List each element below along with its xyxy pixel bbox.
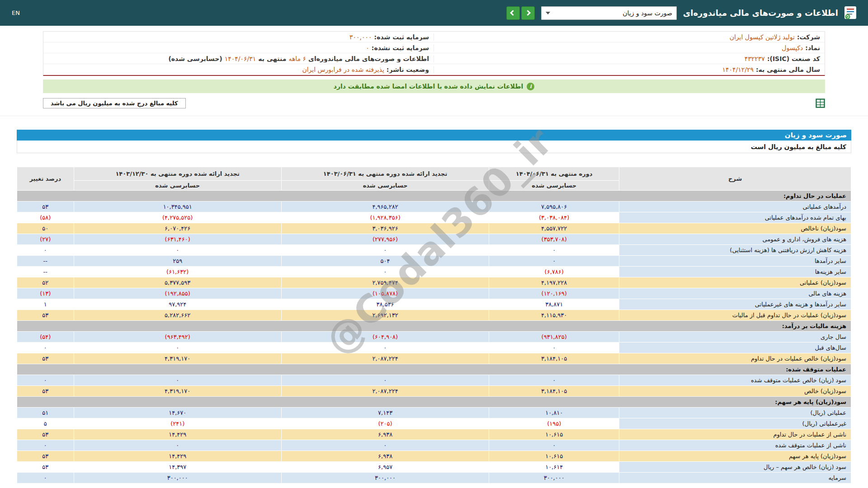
info-label: (حسابرسی شده) — [168, 55, 222, 62]
row-label: سود(زیان) پایه هر سهم — [619, 451, 851, 462]
value-period-annual: ۰ — [74, 375, 281, 386]
statement-row: ناشی از عملیات در حال تداوم۱۰,۶۱۵۶,۹۳۸۱۴… — [17, 429, 851, 440]
value-period-current: ۰ — [489, 440, 619, 451]
language-toggle-en[interactable]: EN — [12, 9, 20, 16]
statement-row: سود(زیان) پایه هر سهم۱۰,۶۱۵۶,۹۳۸۱۴,۴۲۹۵۳ — [17, 451, 851, 462]
value-change-percent: -- — [17, 267, 74, 277]
header-audited-current: حسابرسی شده — [489, 181, 619, 191]
row-label: ناشی از عملیات متوقف شده — [619, 440, 851, 451]
section-row: عملیات متوقف شده: — [17, 364, 851, 375]
company-info-row: سال مالی منتهی به:۱۴۰۴/۱۲/۲۹وضعیت ناشر:پ… — [43, 64, 825, 75]
value-change-percent: (۵۴) — [17, 332, 74, 343]
company-info-right-cell: شرکت:تولید ژلاتین کپسول ایران — [434, 33, 825, 41]
header-period-prior: تجدید ارائه شده دوره منتهی به ۱۴۰۳/۰۶/۳۱ — [281, 167, 489, 181]
statement-row: عملیاتی (ریال)۱۰,۸۱۰۷,۱۴۳۱۴,۶۷۰۵۱ — [17, 408, 851, 418]
previous-statement-button[interactable] — [506, 6, 520, 20]
value-change-percent: ۵۳ — [17, 429, 74, 440]
row-label: عملیاتی (ریال) — [619, 408, 851, 418]
statement-row: هزینه های فروش، اداری و عمومی(۳۵۳,۷۰۸)(۲… — [17, 234, 851, 245]
statement-table-wrap: @Codal360_ir شرح دوره منتهی به ۱۴۰۴/۰۶/۳… — [17, 167, 851, 483]
value-period-annual: (۱۹۲,۸۵۵) — [74, 288, 281, 299]
row-label: هزینه های مالی — [619, 288, 851, 299]
company-info-row: شرکت:تولید ژلاتین کپسول ایرانسرمایه ثبت … — [43, 32, 825, 42]
value-period-annual: (۶۳۱,۴۶۰) — [74, 234, 281, 245]
row-label: سود (زیان) خالص عملیات متوقف شده — [619, 375, 851, 386]
value-period-annual: ۰ — [74, 440, 281, 451]
info-value: ۴۳۲۲۳۷ — [745, 55, 765, 62]
company-info-right-cell: سال مالی منتهی به:۱۴۰۴/۱۲/۲۹ — [434, 66, 825, 73]
divider — [0, 116, 868, 116]
statement-row: سود (زیان) خالص عملیات متوقف شده۰۰۰۰ — [17, 375, 851, 386]
value-change-percent: -- — [17, 256, 74, 267]
company-info-row: کد صنعت (ISIC):۴۳۲۲۳۷اطلاعات و صورت‌های … — [43, 53, 825, 64]
income-statement-section: صورت سود و زیان کلیه مبالغ به میلیون ریا… — [17, 130, 851, 483]
value-period-annual: ۶,۰۷۰,۴۲۶ — [74, 223, 281, 234]
company-info-right-cell: نماد:دکپسول — [434, 44, 825, 52]
statement-row: سود(زیان) ناخالص۴,۵۵۷,۷۲۲۳,۰۳۶,۹۲۶۶,۰۷۰,… — [17, 223, 851, 234]
value-period-current: (۱۲۰,۱۶۹) — [489, 288, 619, 299]
section-row: هزینه مالیات بر درآمد: — [17, 321, 851, 332]
value-change-percent: ۰ — [17, 375, 74, 386]
info-value: دکپسول — [782, 44, 803, 52]
value-period-current: ۴,۱۹۷,۲۲۸ — [489, 277, 619, 288]
chevron-left-icon — [510, 10, 516, 16]
header-period-annual: تجدید ارائه شده دوره منتهی به ۱۴۰۳/۱۲/۳۰ — [74, 167, 281, 181]
row-label: درآمدهای عملیاتی — [619, 202, 851, 212]
value-change-percent: ۵۳ — [17, 202, 74, 212]
statement-type-selected-value: صورت سود و زیان — [623, 9, 672, 17]
value-change-percent: (۱۳) — [17, 288, 74, 299]
info-value: ۳۰۰,۰۰۰ — [349, 33, 372, 41]
value-change-percent: ۵۰ — [17, 223, 74, 234]
value-period-annual: ۹۷,۹۲۴ — [74, 299, 281, 310]
next-statement-button[interactable] — [521, 6, 535, 20]
signed-data-banner-text: اطلاعات نمایش داده شده با اطلاعات امضا ش… — [334, 83, 523, 90]
company-info-left-cell: اطلاعات و صورت‌های مالی میاندوره‌ای۶ ماه… — [43, 55, 434, 62]
value-period-annual: ۱۴,۴۲۹ — [74, 451, 281, 462]
row-label: سایر هزینه‌ها — [619, 267, 851, 277]
row-label: سود(زیان) ناخالص — [619, 223, 851, 234]
info-label: سرمایه ثبت نشده: — [372, 44, 429, 52]
statement-row: بهای تمام شده درآمدهای عملیاتی(۳,۰۳۸,۰۸۴… — [17, 212, 851, 223]
chevron-right-icon — [525, 10, 531, 16]
value-change-percent: ۵۱ — [17, 408, 74, 418]
value-period-annual: ۱۴,۴۲۹ — [74, 429, 281, 440]
info-icon: i — [527, 83, 534, 90]
value-period-prior: ۳,۰۳۶,۹۲۶ — [281, 223, 489, 234]
note-row: کلیه مبالغ درج شده به میلیون ریال می باش… — [43, 97, 825, 109]
value-period-annual: ۵,۳۷۷,۵۹۳ — [74, 277, 281, 288]
value-change-percent: ۰ — [17, 440, 74, 451]
value-change-percent: ۵۲ — [17, 277, 74, 288]
row-label: سود(زیان) عملیات در حال تداوم قبل از مال… — [619, 310, 851, 321]
value-period-current: ۳,۱۸۴,۱۰۵ — [489, 353, 619, 364]
value-period-prior: (۲۰۵) — [281, 418, 489, 429]
value-period-current: (۳,۰۳۸,۰۸۴) — [489, 212, 619, 223]
header-audited-annual: حسابرسی شده — [74, 181, 281, 191]
value-period-annual: (۴,۲۷۵,۵۲۵) — [74, 212, 281, 223]
value-period-prior: ۶,۹۳۸ — [281, 451, 489, 462]
value-period-prior: ۲,۷۵۹,۴۷۴ — [281, 277, 489, 288]
value-period-prior: (۲۷۷,۹۵۶) — [281, 234, 489, 245]
row-label: سایر درآمدها — [619, 256, 851, 267]
value-period-current: ۴,۵۵۷,۷۲۲ — [489, 223, 619, 234]
value-period-current: ۴,۱۱۵,۹۳۰ — [489, 310, 619, 321]
row-label: سود(زیان) خالص — [619, 386, 851, 397]
value-period-prior: (۱,۹۲۸,۳۵۶) — [281, 212, 489, 223]
header-left-group: EN — [12, 9, 20, 16]
statement-row: سال‌های قبل۰۰۰۰ — [17, 343, 851, 353]
header-period-current: دوره منتهی به ۱۴۰۴/۰۶/۳۱ — [489, 167, 619, 181]
statement-row: سال جاری(۹۳۱,۸۲۵)(۶۰۴,۹۰۸)(۹۶۳,۴۹۲)(۵۴) — [17, 332, 851, 343]
excel-export-button[interactable] — [816, 99, 825, 108]
excel-export-icon — [816, 99, 825, 108]
statement-row: سود(زیان) خالص۳,۱۸۴,۱۰۵۲,۰۸۷,۲۲۴۴,۳۱۹,۱۷… — [17, 386, 851, 397]
value-period-prior: ۰ — [281, 375, 489, 386]
value-period-prior: ۰ — [281, 440, 489, 451]
signed-data-banner: i اطلاعات نمایش داده شده با اطلاعات امضا… — [43, 80, 825, 93]
value-period-prior: ۲,۰۸۷,۲۲۴ — [281, 353, 489, 364]
company-info-section: شرکت:تولید ژلاتین کپسول ایرانسرمایه ثبت … — [43, 31, 825, 76]
value-period-current: ۳۸,۸۷۱ — [489, 299, 619, 310]
info-value: تولید ژلاتین کپسول ایران — [730, 33, 795, 41]
value-period-annual: ۴,۳۱۹,۱۷۰ — [74, 353, 281, 364]
statement-type-select[interactable]: صورت سود و زیان — [541, 6, 677, 20]
statement-row: سود(زیان) عملیاتی۴,۱۹۷,۲۲۸۲,۷۵۹,۴۷۴۵,۳۷۷… — [17, 277, 851, 288]
value-period-prior: ۳۰۰,۰۰۰ — [281, 473, 489, 483]
